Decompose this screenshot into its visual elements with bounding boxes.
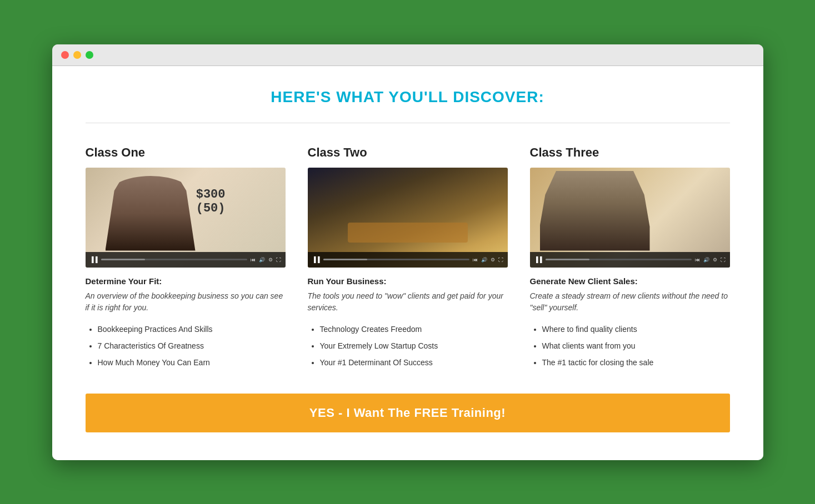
class-two-bullet-2: Your Extremely Low Startup Costs [320,338,508,354]
class-two-bullet-1: Technology Creates Freedom [320,321,508,337]
class-two-subtitle: Run Your Business: [308,276,508,286]
class-one-bullets: Bookkeeping Practices And Skills 7 Chara… [86,321,286,371]
class-two-column: Class Two ▐▐ ⏮ 🔊 ⚙ ⛶ Run Your Business: [308,145,508,371]
rewind-icon-3[interactable]: ⏮ [695,257,700,263]
class-one-title: Class One [86,145,286,160]
person-silhouette-1 [106,176,196,251]
settings-icon-2[interactable]: ⚙ [491,257,495,263]
play-icon-3[interactable]: ▐▐ [534,256,542,263]
page-heading: HERE'S WHAT YOU'LL DISCOVER: [86,88,730,106]
play-icon-1[interactable]: ▐▐ [90,256,98,263]
volume-icon-2[interactable]: 🔊 [481,257,487,263]
class-two-title: Class Two [308,145,508,160]
class-one-bullet-2: 7 Characteristics Of Greatness [98,338,286,354]
progress-bar-3[interactable] [546,259,692,260]
class-three-column: Class Three ▐▐ ⏮ 🔊 ⚙ ⛶ Generate New C [530,145,730,371]
volume-icon-1[interactable]: 🔊 [259,257,265,263]
volume-icon-3[interactable]: 🔊 [703,257,709,263]
video-controls-2: ▐▐ ⏮ 🔊 ⚙ ⛶ [308,252,508,268]
cta-button[interactable]: YES - I Want The FREE Training! [86,394,730,432]
class-two-description: The tools you need to "wow" clients and … [308,290,508,314]
class-one-bullet-1: Bookkeeping Practices And Skills [98,321,286,337]
classes-grid: Class One ▐▐ ⏮ 🔊 ⚙ ⛶ Determine Your F [86,145,730,371]
fullscreen-icon-1[interactable]: ⛶ [276,257,281,263]
class-one-video[interactable]: ▐▐ ⏮ 🔊 ⚙ ⛶ [86,168,286,268]
browser-titlebar [52,44,763,66]
class-one-description: An overview of the bookkeeping business … [86,290,286,314]
progress-fill-3 [546,259,589,260]
class-two-video[interactable]: ▐▐ ⏮ 🔊 ⚙ ⛶ [308,168,508,268]
progress-fill-2 [323,259,367,260]
cta-section: YES - I Want The FREE Training! [86,394,730,432]
class-two-bullet-3: Your #1 Determinant Of Success [320,355,508,370]
rewind-icon-2[interactable]: ⏮ [473,257,478,263]
class-three-video[interactable]: ▐▐ ⏮ 🔊 ⚙ ⛶ [530,168,730,268]
class-one-bullet-3: How Much Money You Can Earn [98,355,286,370]
class-one-subtitle: Determine Your Fit: [86,276,286,286]
progress-bar-1[interactable] [101,259,247,260]
section-divider [86,123,730,123]
class-two-bullets: Technology Creates Freedom Your Extremel… [308,321,508,371]
page-content: HERE'S WHAT YOU'LL DISCOVER: Class One ▐… [52,66,763,460]
settings-icon-1[interactable]: ⚙ [268,257,273,263]
class-three-bullets: Where to find quality clients What clien… [530,321,730,371]
class-three-bullet-3: The #1 tactic for closing the sale [542,355,730,370]
class-three-subtitle: Generate New Client Sales: [530,276,730,286]
class-three-bullet-1: Where to find quality clients [542,321,730,337]
class-three-bullet-2: What clients want from you [542,338,730,354]
video-controls-3: ▐▐ ⏮ 🔊 ⚙ ⛶ [530,252,730,268]
progress-fill-1 [101,259,145,260]
person-silhouette-3 [540,171,650,251]
video-controls-1: ▐▐ ⏮ 🔊 ⚙ ⛶ [86,252,286,268]
progress-bar-2[interactable] [323,259,469,260]
settings-icon-3[interactable]: ⚙ [713,257,717,263]
class-three-title: Class Three [530,145,730,160]
play-icon-2[interactable]: ▐▐ [312,256,320,263]
fullscreen-icon-3[interactable]: ⛶ [721,257,726,263]
browser-window: HERE'S WHAT YOU'LL DISCOVER: Class One ▐… [52,44,763,460]
traffic-light-green[interactable] [86,51,93,59]
fullscreen-icon-2[interactable]: ⛶ [498,257,503,263]
class-one-column: Class One ▐▐ ⏮ 🔊 ⚙ ⛶ Determine Your F [86,145,286,371]
rewind-icon-1[interactable]: ⏮ [251,257,256,263]
traffic-light-yellow[interactable] [73,51,81,59]
traffic-light-red[interactable] [61,51,69,59]
class-three-description: Create a steady stream of new clients wi… [530,290,730,314]
